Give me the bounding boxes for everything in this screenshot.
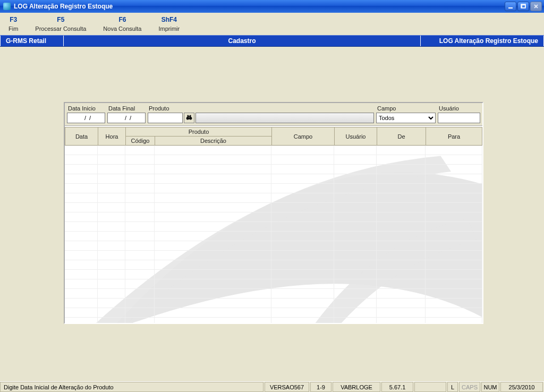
table-row <box>65 299 482 308</box>
fn-shf4-imprimir[interactable]: ShF4 Imprimir <box>150 16 188 32</box>
col-hora: Hora <box>98 127 126 146</box>
table-row <box>65 260 482 270</box>
status-bar: Digite Data Inicial de Alteração do Prod… <box>0 381 544 392</box>
titlebar: LOG Alteração Registro Estoque <box>0 0 544 13</box>
close-button[interactable] <box>530 2 542 11</box>
breadcrumb-screen: LOG Alteração Registro Estoque <box>421 36 544 46</box>
main-area: Data Inicio Data Final Produto <box>0 53 544 379</box>
select-campo[interactable]: Todos <box>376 113 436 123</box>
fn-label: Fim <box>8 25 18 32</box>
status-version: 5.67.1 <box>381 382 413 392</box>
table-row <box>65 241 482 251</box>
status-hint: Digite Data Inicial de Alteração do Prod… <box>0 382 264 392</box>
svg-rect-0 <box>508 7 513 8</box>
col-campo: Campo <box>272 127 335 146</box>
table-row <box>65 203 482 212</box>
grid-body[interactable] <box>65 146 482 323</box>
input-usuario[interactable] <box>438 113 480 123</box>
table-row <box>65 308 482 318</box>
label-data-final: Data Final <box>107 105 146 112</box>
col-descricao: Descrição <box>155 137 272 146</box>
fn-f6-nova[interactable]: F6 Nova Consulta <box>95 16 150 32</box>
fn-f5-processar[interactable]: F5 Processar Consulta <box>27 16 95 32</box>
table-row <box>65 174 482 184</box>
status-versao: VERSAO567 <box>265 382 309 392</box>
table-row <box>65 279 482 289</box>
status-mode: L <box>447 382 458 392</box>
input-data-final[interactable] <box>107 113 146 123</box>
label-campo: Campo <box>376 105 436 112</box>
table-row <box>65 184 482 193</box>
fn-key: F3 <box>10 16 17 23</box>
maximize-button[interactable] <box>517 2 529 11</box>
svg-rect-9 <box>189 116 190 117</box>
table-row <box>65 251 482 260</box>
label-produto: Produto <box>148 105 374 112</box>
app-icon <box>3 3 11 10</box>
status-module: VABRLOGE <box>333 382 380 392</box>
window-title: LOG Alteração Registro Estoque <box>14 3 505 10</box>
svg-rect-2 <box>522 5 525 8</box>
fn-label: Processar Consulta <box>35 25 86 32</box>
grid: Data Hora Produto Campo Usuário De Para … <box>65 126 482 323</box>
col-produto: Produto <box>126 127 272 137</box>
breadcrumb-bar: G-RMS Retail Cadastro LOG Alteração Regi… <box>0 35 544 47</box>
fn-key: ShF4 <box>162 16 177 23</box>
status-num: NUM <box>481 382 499 392</box>
status-range: 1-9 <box>310 382 332 392</box>
window-controls <box>505 2 542 11</box>
binoculars-icon <box>185 114 193 122</box>
col-para: Para <box>426 127 482 146</box>
table-row <box>65 155 482 165</box>
status-date: 25/3/2010 <box>500 382 543 392</box>
grid-header: Data Hora Produto Campo Usuário De Para … <box>65 127 482 146</box>
lookup-button[interactable] <box>184 113 194 123</box>
col-codigo: Código <box>126 137 155 146</box>
log-panel: Data Inicio Data Final Produto <box>64 102 483 324</box>
label-data-inicio: Data Inicio <box>67 105 105 112</box>
fn-key: F6 <box>118 16 126 23</box>
col-data: Data <box>65 127 98 146</box>
table-row <box>65 212 482 222</box>
status-empty <box>414 382 446 392</box>
produto-descricao-display <box>196 113 374 123</box>
minimize-button[interactable] <box>505 2 516 11</box>
fn-label: Nova Consulta <box>103 25 141 32</box>
table-row <box>65 146 482 155</box>
grid-rows <box>65 146 482 323</box>
table-row <box>65 270 482 279</box>
fn-f3-fim[interactable]: F3 Fim <box>0 16 27 32</box>
fn-key: F5 <box>57 16 64 23</box>
table-row <box>65 193 482 203</box>
table-row <box>65 289 482 299</box>
col-de: De <box>377 127 426 146</box>
label-usuario: Usuário <box>438 105 480 112</box>
input-data-inicio[interactable] <box>67 113 105 123</box>
table-row <box>65 222 482 232</box>
function-key-bar: F3 Fim F5 Processar Consulta F6 Nova Con… <box>0 13 544 35</box>
fn-label: Imprimir <box>158 25 180 32</box>
table-row <box>65 232 482 241</box>
filter-row: Data Inicio Data Final Produto <box>65 103 482 126</box>
col-usuario: Usuário <box>335 127 377 146</box>
status-caps: CAPS <box>459 382 480 392</box>
table-row <box>65 318 482 323</box>
breadcrumb-app: G-RMS Retail <box>0 36 64 46</box>
table-row <box>65 165 482 174</box>
breadcrumb-section: Cadastro <box>64 36 421 46</box>
input-produto-codigo[interactable] <box>148 113 183 123</box>
